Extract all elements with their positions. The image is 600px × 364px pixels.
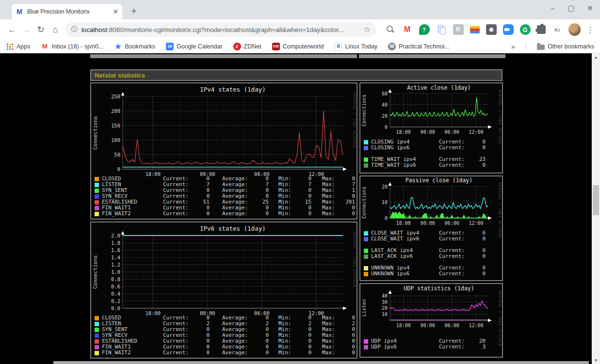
- legend-name: UDP ipv4: [371, 338, 439, 344]
- stat-value: 0: [469, 162, 486, 168]
- graph-ipv4-states[interactable]: 05010015020025018:0000:0006:0012:00IPv4 …: [90, 82, 357, 220]
- reload-icon[interactable]: ↻: [33, 22, 48, 37]
- legend-name: CLOSING ipv4: [371, 139, 439, 145]
- new-tab-button[interactable]: +: [127, 4, 141, 18]
- legend-swatch: [364, 158, 368, 162]
- legend-row: CLOSING ipv6Current:0: [364, 145, 501, 151]
- legend-swatch: [364, 339, 368, 344]
- legend-name: FIN_WAIT1: [102, 344, 163, 350]
- legend-row: FIN_WAIT2Current:0Average:0Min:0Max:0: [95, 350, 355, 356]
- bookmark-apps[interactable]: Apps: [6, 43, 31, 50]
- other-bookmarks[interactable]: Other bookmarks: [537, 43, 594, 50]
- graph-udp-statistics[interactable]: 1020304018:0000:0006:0012:00UDP statisti…: [359, 283, 503, 358]
- bookmark-google-calendar[interactable]: 28Google Calendar: [166, 43, 223, 50]
- address-bar[interactable]: ⓘ localhost:8080/monitorix-cgi/monitorix…: [65, 22, 376, 37]
- legend-swatch: [95, 339, 99, 344]
- bookmark-bookmarks[interactable]: ★Bookmarks: [114, 43, 156, 50]
- maximize-icon[interactable]: ▢: [568, 4, 574, 13]
- bookmark-label: Linux Today: [345, 43, 377, 50]
- legend-name: ESTABLISHED: [102, 338, 163, 344]
- svg-text:10: 10: [382, 312, 388, 317]
- computerworld-icon: CW: [272, 43, 280, 50]
- bookmark-practical-technol-[interactable]: WPractical Technol...: [388, 43, 450, 50]
- menu-kebab-icon[interactable]: ⋮: [585, 25, 595, 34]
- svg-text:00:00: 00:00: [421, 129, 435, 135]
- apps-grid-icon: [6, 43, 14, 50]
- svg-text:0.2: 0.2: [111, 298, 120, 304]
- passive-close-legend: CLOSE_WAIT ipv4Current:6CLOSE_WAIT ipv6C…: [364, 230, 501, 277]
- svg-text:0.8: 0.8: [111, 276, 120, 282]
- keep-icon[interactable]: [486, 24, 497, 35]
- graph-passive-close[interactable]: 0102018:0000:0006:0012:00Passive close (…: [359, 175, 503, 281]
- stat-label: Current:: [439, 344, 469, 350]
- bookmarks-overflow-icon[interactable]: »: [511, 42, 515, 50]
- legend-row: UNKNOWN ipv4Current:0: [364, 265, 501, 271]
- svg-text:200: 200: [111, 108, 120, 114]
- bookmark-zdnet[interactable]: ZZDNet: [233, 43, 261, 50]
- stat-label: Max:: [322, 350, 339, 356]
- legend-name: FIN_WAIT2: [102, 350, 163, 356]
- gmail-icon[interactable]: M: [402, 24, 413, 35]
- minimize-icon[interactable]: –: [551, 4, 555, 13]
- svg-text:10: 10: [382, 200, 388, 205]
- tab-close-icon[interactable]: ✕: [113, 8, 118, 16]
- stat-label: Current:: [439, 162, 469, 168]
- page-info-icon[interactable]: ⓘ: [71, 25, 78, 34]
- extension-icons: M?RG≡♪: [385, 24, 563, 35]
- bookmark-inbox-16-sjvn0-[interactable]: MInbox (16) - sjvn0...: [41, 43, 104, 50]
- graph-active-close[interactable]: 020406018:0000:0006:0012:00Active close …: [359, 82, 503, 174]
- svg-text:06:00: 06:00: [445, 129, 459, 135]
- svg-text:18:00: 18:00: [396, 129, 411, 135]
- close-icon[interactable]: ✕: [587, 4, 593, 13]
- legend-name: ESTABLISHED: [102, 199, 163, 205]
- forward-icon[interactable]: →: [19, 22, 34, 37]
- stat-value: 0: [252, 350, 269, 356]
- page-content: Netstat statistics 05010015020025018:000…: [0, 53, 600, 364]
- legend-name: LAST_ACK ipv4: [371, 248, 439, 253]
- legend-name: SYN_SENT: [102, 327, 163, 332]
- extensions-puzzle-icon[interactable]: [537, 25, 546, 34]
- svg-text:20: 20: [382, 184, 388, 190]
- legend-swatch: [95, 345, 99, 349]
- scroll-down-icon[interactable]: ▼: [592, 356, 600, 364]
- legend-name: UNKNOWN ipv4: [371, 265, 439, 271]
- home-icon[interactable]: ⌂: [48, 22, 63, 37]
- bookmark-computerworld[interactable]: CWComputerworld: [272, 43, 324, 50]
- profile-avatar[interactable]: [568, 23, 581, 36]
- back-icon[interactable]: ←: [5, 22, 19, 37]
- linuxtoday-icon: lt: [334, 43, 342, 50]
- scrollbar-thumb[interactable]: [593, 185, 599, 215]
- search-icon[interactable]: [385, 24, 396, 35]
- legend-swatch: [95, 212, 99, 216]
- legend-row: CLOSE_WAIT ipv4Current:6: [364, 230, 501, 236]
- svg-text:18:00: 18:00: [145, 171, 161, 176]
- udp-statistics-ylabel: Listen: [361, 295, 367, 320]
- graph-ipv6-states[interactable]: 0.00.20.40.60.81.01.21.41.61.82.018:0000…: [90, 222, 357, 359]
- stat-value: 3: [469, 344, 486, 350]
- stat-label: Current:: [439, 236, 469, 242]
- legend-row: LAST_ACK ipv4Current:0: [364, 248, 501, 253]
- browser-toolbar: ← → ↻ ⌂ ⓘ localhost:8080/monitorix-cgi/m…: [0, 19, 600, 40]
- zoom-icon[interactable]: [503, 24, 514, 35]
- folder-icon: [537, 45, 545, 50]
- legend-swatch: [95, 333, 99, 338]
- r-icon[interactable]: R: [453, 24, 464, 35]
- legend-name: CLOSE_WAIT ipv6: [371, 236, 439, 242]
- vertical-scrollbar[interactable]: ▲ ▼: [592, 53, 600, 364]
- scroll-up-icon[interactable]: ▲: [592, 53, 600, 61]
- svg-text:1.0: 1.0: [111, 269, 120, 275]
- grammarly-icon[interactable]: G: [520, 24, 531, 35]
- udp-statistics-title: UDP statistics (1day): [404, 285, 474, 292]
- bookmark-linux-today[interactable]: ltLinux Today: [334, 43, 377, 50]
- hangouts-icon[interactable]: ?: [419, 24, 430, 35]
- legend-name: LISTEN: [102, 321, 163, 327]
- zdnet-icon: Z: [233, 43, 241, 50]
- playlist-icon[interactable]: ≡♪: [552, 24, 563, 35]
- svg-text:0: 0: [385, 216, 388, 221]
- svg-text:60: 60: [382, 91, 388, 96]
- browser-tab[interactable]: M Blue Precision Monitorix ✕: [12, 4, 122, 19]
- books-icon[interactable]: [470, 26, 480, 33]
- legend-swatch: [95, 189, 99, 193]
- copy-icon[interactable]: [436, 24, 447, 35]
- bookmark-star-icon[interactable]: ☆: [364, 25, 370, 34]
